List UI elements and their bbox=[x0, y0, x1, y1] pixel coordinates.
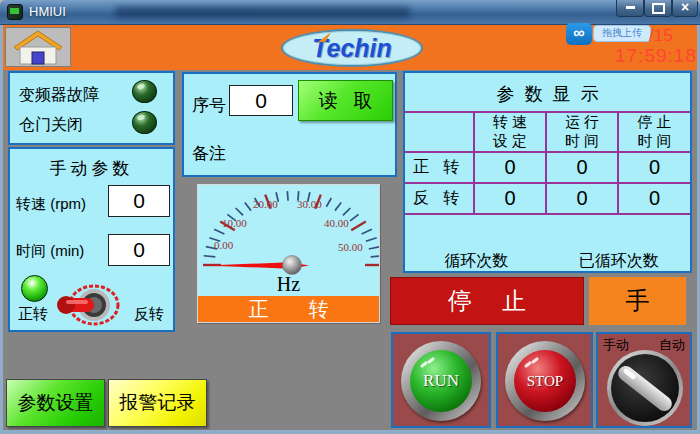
techin-logo: Techin bbox=[281, 29, 423, 67]
reverse-label: 反转 bbox=[134, 305, 164, 324]
param-display-title: 参数显示 bbox=[405, 82, 690, 106]
table-row-forward: 正转 0 0 0 bbox=[405, 153, 690, 184]
page-indicator: /15 bbox=[649, 26, 673, 46]
gauge-unit-label: Hz bbox=[198, 273, 379, 296]
selector-label-auto: 自动 bbox=[659, 336, 685, 354]
serial-label: 序号 bbox=[192, 94, 226, 117]
serial-panel: 序号 读取 备注 bbox=[182, 72, 397, 177]
manual-params-panel: 手动参数 转速 (rpm) 时间 (min) 正转 反转 bbox=[8, 147, 175, 332]
row-label-reverse: 反转 bbox=[405, 184, 475, 213]
door-closed-label: 仓门关闭 bbox=[19, 115, 83, 136]
table-row-reverse: 反转 0 0 0 bbox=[405, 184, 690, 215]
app-title: HMIUI bbox=[29, 4, 66, 19]
serial-input[interactable] bbox=[229, 85, 293, 116]
gauge-tick-label: 50.00 bbox=[338, 241, 363, 253]
table-header-speed: 转 速 设 定 bbox=[475, 113, 547, 151]
door-closed-led bbox=[132, 111, 157, 134]
cycled-count-label: 已循环次数 bbox=[548, 251, 691, 272]
run-button[interactable]: RUN bbox=[401, 341, 481, 421]
table-cell: 0 bbox=[547, 153, 619, 182]
gauge-panel: 0.00 10.00 20.00 30.00 40.00 50.00 Hz 正转 bbox=[197, 184, 380, 323]
minimize-button[interactable] bbox=[616, 0, 644, 17]
read-button[interactable]: 读取 bbox=[298, 80, 393, 121]
forward-label: 正转 bbox=[18, 305, 48, 324]
selector-label-manual: 手动 bbox=[603, 336, 629, 354]
time-input[interactable] bbox=[108, 234, 170, 266]
close-button[interactable]: × bbox=[672, 0, 698, 17]
speed-label: 转速 (rpm) bbox=[16, 195, 86, 214]
gauge-tick-label: 30.00 bbox=[297, 198, 322, 210]
table-cell: 0 bbox=[475, 184, 547, 213]
clock: 17:59:18 bbox=[615, 45, 697, 67]
mode-selector-knob[interactable] bbox=[607, 350, 683, 426]
inverter-fault-label: 变频器故障 bbox=[19, 85, 99, 106]
inverter-fault-led bbox=[132, 80, 157, 103]
gauge-tick-label: 0.00 bbox=[214, 239, 233, 251]
speed-input[interactable] bbox=[108, 185, 170, 217]
home-icon bbox=[6, 28, 70, 66]
home-button[interactable] bbox=[5, 27, 71, 67]
time-label: 时间 (min) bbox=[16, 242, 84, 261]
table-cell: 0 bbox=[619, 184, 690, 213]
gauge-tick-label: 10.00 bbox=[222, 217, 247, 229]
settings-button[interactable]: 参数设置 bbox=[6, 379, 105, 427]
stop-button-label: STOP bbox=[527, 373, 563, 390]
gauge-tick-label: 20.00 bbox=[253, 198, 278, 210]
param-table: 转 速 设 定 运 行 时 间 停 止 时 间 正转 0 0 0 反转 0 0 … bbox=[405, 111, 690, 215]
run-button-label: RUN bbox=[423, 371, 459, 391]
drag-upload-button[interactable]: 拖拽上传 bbox=[593, 25, 651, 42]
run-button-panel: RUN bbox=[391, 332, 491, 428]
maximize-button[interactable] bbox=[644, 0, 672, 17]
note-label: 备注 bbox=[192, 142, 226, 165]
header: Techin ∞ 拖拽上传 /15 17:59:18 bbox=[3, 25, 697, 70]
param-display-panel: 参数显示 转 速 设 定 运 行 时 间 停 止 时 间 正转 0 0 0 反转… bbox=[403, 71, 692, 273]
stop-button-panel: STOP bbox=[496, 332, 593, 428]
gauge-hub bbox=[283, 256, 302, 275]
table-cell: 0 bbox=[619, 153, 690, 182]
mode-selector-panel: 手动 自动 bbox=[596, 332, 692, 428]
table-cell: 0 bbox=[475, 153, 547, 182]
row-label-forward: 正转 bbox=[405, 153, 475, 182]
gauge-tick-label: 40.00 bbox=[324, 217, 349, 229]
manual-mode-button[interactable]: 手动 bbox=[589, 277, 686, 325]
forward-led bbox=[21, 275, 48, 302]
table-corner-cell bbox=[405, 113, 475, 151]
share-upload-icon[interactable]: ∞ bbox=[566, 23, 592, 45]
manual-params-title: 手动参数 bbox=[10, 157, 173, 180]
table-cell: 0 bbox=[547, 184, 619, 213]
alarm-button[interactable]: 报警记录 bbox=[108, 379, 207, 427]
selector-lever bbox=[615, 363, 675, 414]
blurred-title-path bbox=[115, 7, 410, 18]
table-header-runtime: 运 行 时 间 bbox=[547, 113, 619, 151]
stop-button[interactable]: STOP bbox=[505, 341, 585, 421]
app-icon bbox=[7, 4, 23, 20]
table-header-stoptime: 停 止 时 间 bbox=[619, 113, 690, 151]
hmi-window: HMIUI × Techin ∞ 拖拽上传 /15 17:59:18 变频器故障… bbox=[0, 0, 700, 434]
status-panel: 变频器故障 仓门关闭 bbox=[8, 71, 175, 145]
direction-banner: 正转 bbox=[198, 296, 379, 322]
cycle-count-label: 循环次数 bbox=[405, 251, 548, 272]
stop-status-banner[interactable]: 停止 bbox=[390, 277, 584, 325]
titlebar: HMIUI × bbox=[0, 0, 700, 25]
direction-toggle-switch[interactable] bbox=[56, 283, 122, 327]
